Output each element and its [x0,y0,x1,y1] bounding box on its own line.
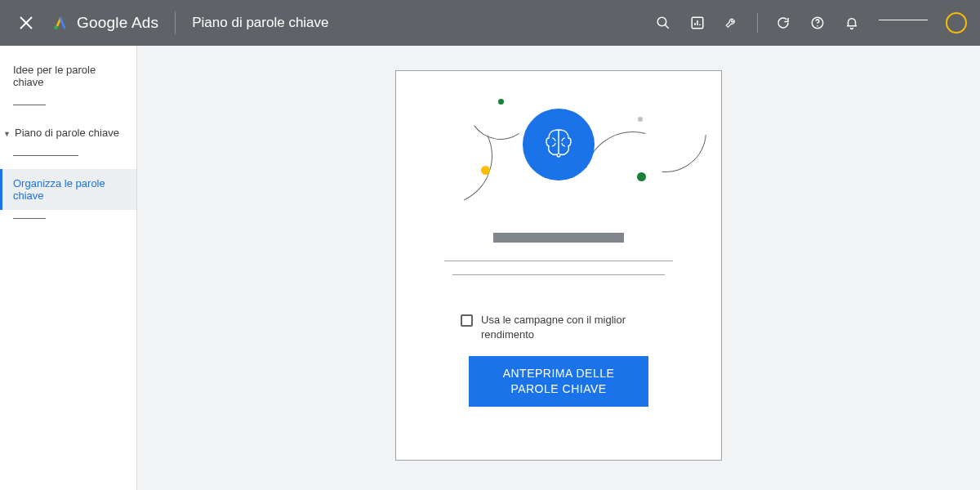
google-ads-icon [52,15,69,31]
sidebar-item-label: Organizza le parole chiave [13,177,105,202]
svg-point-0 [54,25,58,29]
page-title: Piano di parole chiave [192,15,328,31]
wrench-icon [724,16,739,30]
sidebar-item-organize[interactable]: Organizza le parole chiave [0,169,136,210]
tools-button[interactable] [716,9,747,37]
close-icon [20,16,33,29]
reports-button[interactable] [682,9,713,37]
placeholder-line [452,274,665,275]
sidebar: Idee per le parole chiave ▼ Piano di par… [0,46,137,490]
close-button[interactable] [13,10,39,36]
sidebar-item-label: Piano di parole chiave [15,127,119,139]
top-bar: Google Ads Piano di parole chiave [0,0,980,46]
help-button[interactable] [802,9,833,37]
search-icon [656,16,670,30]
best-campaigns-label: Usa le campagne con il miglior rendiment… [481,313,657,341]
sidebar-redacted-line [13,155,78,156]
sidebar-redacted-line [13,105,46,105]
sidebar-redacted-line [13,218,46,219]
svg-point-1 [657,17,666,26]
sidebar-item-plan[interactable]: ▼ Piano di parole chiave [0,118,136,147]
header-divider [175,11,176,34]
account-selector[interactable] [879,20,928,20]
product-logo: Google Ads [52,14,158,32]
product-name: Google Ads [77,14,158,32]
header-actions [648,9,967,37]
bar-chart-icon [690,16,705,30]
main-content: Usa le campagne con il miglior rendiment… [137,46,980,490]
card-illustration [419,91,698,213]
bell-icon [844,16,859,30]
sidebar-item-ideas[interactable]: Idee per le parole chiave [0,56,136,96]
refresh-button[interactable] [768,9,799,37]
placeholder-line [444,261,673,261]
profile-avatar[interactable] [946,12,967,33]
svg-point-4 [817,25,818,27]
caret-down-icon: ▼ [3,130,11,138]
header-divider-2 [757,13,758,33]
card-title-placeholder [493,233,624,243]
search-button[interactable] [648,9,679,37]
best-campaigns-option: Usa le campagne con il miglior rendiment… [461,313,657,341]
refresh-icon [776,16,791,30]
organize-card: Usa le campagne con il miglior rendiment… [395,70,722,461]
best-campaigns-checkbox[interactable] [461,314,473,327]
notifications-button[interactable] [836,9,867,37]
brain-icon [523,109,595,180]
help-icon [810,16,825,30]
preview-keywords-button[interactable]: ANTEPRIMA DELLE PAROLE CHIAVE [469,356,648,407]
sidebar-item-label: Idee per le parole chiave [13,64,96,88]
